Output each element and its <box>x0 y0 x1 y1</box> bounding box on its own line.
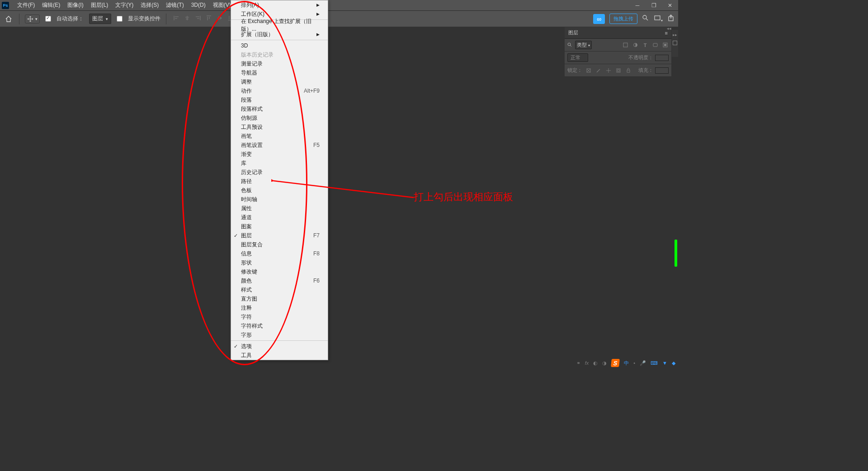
menu-item[interactable]: 历史记录 <box>231 168 328 177</box>
show-transform-checkbox[interactable] <box>117 16 123 22</box>
align-left-icon[interactable] <box>172 14 181 23</box>
menu-text[interactable]: 文字(Y) <box>112 0 137 10</box>
menu-item[interactable]: 3D <box>231 41 328 50</box>
search-icon[interactable] <box>642 14 649 23</box>
menu-image[interactable]: 图像(I) <box>64 0 87 10</box>
menu-item[interactable]: 画笔 <box>231 132 328 141</box>
menu-item[interactable]: 段落样式 <box>231 104 328 113</box>
tray-icon-1[interactable]: • <box>633 360 635 366</box>
menu-item[interactable]: 工具预设 <box>231 122 328 132</box>
options-bar: ▾ 自动选择： 图层▾ 显示变换控件 ⋯ ∞ 拖拽上传 ▾ <box>0 10 678 27</box>
menu-item[interactable]: 动作Alt+F9 <box>231 86 328 95</box>
collapsed-panel-dock[interactable]: ▸▸ <box>672 30 678 57</box>
lock-all-icon[interactable] <box>625 67 632 74</box>
menu-item[interactable]: 调整 <box>231 77 328 86</box>
menu-item[interactable]: 直方图 <box>231 294 328 303</box>
menu-item[interactable]: 通道 <box>231 213 328 222</box>
menu-item[interactable]: 渐变 <box>231 150 328 159</box>
align-hcenter-icon[interactable] <box>183 14 192 23</box>
lock-position-icon[interactable] <box>605 67 612 74</box>
menu-item-label: 库 <box>241 160 246 167</box>
filter-type-dropdown[interactable]: 类型 ▾ <box>575 41 592 49</box>
menu-file[interactable]: 文件(F) <box>14 0 38 10</box>
panel-menu-icon[interactable]: ≡ <box>665 30 668 36</box>
restore-button[interactable]: ❐ <box>647 1 660 9</box>
drag-upload-button[interactable]: 拖拽上传 <box>609 14 637 24</box>
tray-icon-3[interactable]: ◆ <box>672 360 675 366</box>
fill-field[interactable] <box>655 67 669 74</box>
menu-layer[interactable]: 图层(L) <box>87 0 112 10</box>
filter-pixel-icon[interactable] <box>622 42 629 49</box>
menu-item[interactable]: 注释 <box>231 303 328 312</box>
menu-item[interactable]: ✓图层F7 <box>231 231 328 240</box>
menu-item[interactable]: 导航器 <box>231 68 328 77</box>
menu-item[interactable]: 字形 <box>231 330 328 339</box>
menu-item[interactable]: 排列(A)▶ <box>231 0 328 9</box>
lock-artboard-icon[interactable] <box>615 67 622 74</box>
menu-item[interactable]: 样式 <box>231 285 328 294</box>
keyboard-icon[interactable]: ⌨ <box>651 360 658 366</box>
mask-icon[interactable]: ◐ <box>593 360 598 366</box>
filter-adjust-icon[interactable] <box>632 42 639 49</box>
menu-item[interactable]: 修改键 <box>231 267 328 276</box>
menu-item[interactable]: 颜色F6 <box>231 276 328 285</box>
cloud-sync-button[interactable]: ∞ <box>593 14 605 24</box>
menu-item[interactable]: 工作区(K)▶ <box>231 9 328 19</box>
menu-item[interactable]: 路径 <box>231 177 328 186</box>
auto-select-target-dropdown[interactable]: 图层▾ <box>89 14 111 24</box>
minimize-button[interactable]: ─ <box>631 1 644 9</box>
dock-panel-icon[interactable] <box>673 41 677 45</box>
sogou-ime-icon[interactable]: S <box>611 359 620 367</box>
collapse-panels-icon[interactable]: ◂◂ <box>667 26 671 31</box>
menu-item[interactable]: 图案 <box>231 222 328 231</box>
filter-shape-icon[interactable] <box>651 42 659 49</box>
menu-item[interactable]: 工具 <box>231 351 328 360</box>
align-vcenter-icon[interactable] <box>215 14 224 23</box>
menu-item[interactable]: 形状 <box>231 258 328 267</box>
menu-item[interactable]: 字符样式 <box>231 321 328 330</box>
menu-item-label: 字符样式 <box>241 322 263 330</box>
filter-text-icon[interactable]: T <box>642 42 649 49</box>
menu-item[interactable]: ✓选项 <box>231 342 328 351</box>
mic-icon[interactable]: 🎤 <box>640 360 646 366</box>
menu-item[interactable]: 在 Exchange 上查找扩展（旧版）... <box>231 21 328 30</box>
menu-item[interactable]: 时间轴 <box>231 195 328 204</box>
menu-item[interactable]: 仿制源 <box>231 113 328 122</box>
opacity-field[interactable] <box>655 55 669 61</box>
filter-search-icon[interactable] <box>567 42 572 47</box>
adjustment-icon[interactable]: ◑ <box>602 360 607 366</box>
move-tool-indicator[interactable]: ▾ <box>25 14 40 24</box>
menu-edit[interactable]: 编辑(E) <box>38 0 64 10</box>
layers-panel-header[interactable]: 图层 ≡ <box>565 27 671 39</box>
filter-smart-icon[interactable] <box>661 42 669 49</box>
align-right-icon[interactable] <box>193 14 203 23</box>
auto-select-checkbox[interactable] <box>45 16 51 22</box>
lock-pixels-icon[interactable] <box>585 67 592 74</box>
menu-item[interactable]: 测量记录 <box>231 59 328 68</box>
lock-brush-icon[interactable] <box>595 67 602 74</box>
menu-filter[interactable]: 滤镜(T) <box>162 0 187 10</box>
menu-3d[interactable]: 3D(D) <box>188 0 209 10</box>
menu-item[interactable]: 图层复合 <box>231 240 328 249</box>
share-icon[interactable] <box>667 14 675 23</box>
menu-select[interactable]: 选择(S) <box>137 0 162 10</box>
menu-item[interactable]: 字符 <box>231 312 328 321</box>
menu-item[interactable]: 属性 <box>231 204 328 213</box>
menu-item[interactable]: 扩展（旧版）▶ <box>231 30 328 39</box>
show-transform-label: 显示变换控件 <box>128 15 160 23</box>
menu-item[interactable]: 画笔设置F5 <box>231 141 328 150</box>
align-top-icon[interactable] <box>204 14 213 23</box>
menu-item[interactable]: 段落 <box>231 95 328 104</box>
menu-item[interactable]: 色板 <box>231 186 328 195</box>
fx-icon[interactable]: fx <box>585 360 589 366</box>
link-icon[interactable]: ⚭ <box>576 360 580 366</box>
menu-item[interactable]: 信息F8 <box>231 249 328 258</box>
menu-item[interactable]: 库 <box>231 159 328 168</box>
screen-mode-icon[interactable]: ▾ <box>654 14 663 23</box>
blend-mode-dropdown[interactable]: 正常 <box>567 53 588 62</box>
tray-icon-2[interactable]: ▼ <box>662 360 667 366</box>
home-button[interactable] <box>4 14 14 24</box>
ime-lang-indicator[interactable]: 中 <box>624 360 629 367</box>
expand-dock-icon[interactable]: ▸▸ <box>673 33 677 37</box>
close-button[interactable]: ✕ <box>664 1 676 9</box>
